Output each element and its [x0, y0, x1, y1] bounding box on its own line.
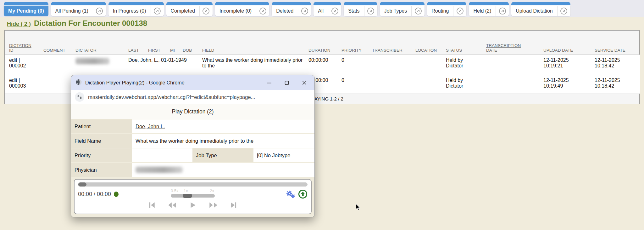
tab-job-types[interactable]: Job Types	[380, 2, 425, 16]
window-title: Dictation Player Playing(2) - Google Chr…	[85, 80, 185, 86]
page-url[interactable]: masterdaily.dev.webchart.app/webchart.cg…	[88, 94, 255, 100]
upload-date-cell: 12-11-2025 10:19:21	[543, 57, 572, 69]
tab-label: Deleted	[272, 8, 298, 14]
tab-deleted[interactable]: Deleted	[272, 2, 311, 16]
external-link-icon[interactable]	[364, 6, 377, 16]
redacted-physician	[136, 167, 183, 173]
speed-slider-thumb[interactable]	[183, 194, 192, 198]
window-titlebar[interactable]: Dictation Player Playing(2) - Google Chr…	[71, 75, 314, 90]
tab-label: In Progress (0)	[108, 8, 151, 14]
skip-to-start-icon[interactable]	[148, 201, 156, 209]
priority-cell: 0	[340, 75, 370, 94]
play-icon[interactable]	[189, 201, 197, 209]
seek-handle[interactable]	[78, 182, 86, 187]
col-header-dob[interactable]: DOB	[183, 48, 192, 53]
external-link-icon[interactable]	[199, 6, 213, 16]
transcriber-cell	[370, 75, 414, 94]
col-header-service-date[interactable]: SERVICE DATE	[595, 48, 625, 53]
audio-player: 00:00 / 00:00 0.5x 1x 2x	[74, 179, 312, 214]
speed-label-half: 0.5x	[171, 188, 179, 193]
external-link-icon[interactable]	[298, 6, 311, 16]
tab-stats[interactable]: Stats	[344, 2, 377, 16]
seek-bar[interactable]	[78, 182, 308, 187]
tab-all-pending[interactable]: All Pending (1)	[51, 2, 106, 16]
physician-value	[132, 163, 314, 177]
transcription-date-cell	[484, 55, 541, 75]
external-link-icon[interactable]	[453, 6, 466, 16]
col-header-mi[interactable]: MI	[170, 48, 175, 53]
tab-accent-cap	[51, 2, 106, 5]
patient-link[interactable]: Doe, John L.	[136, 124, 165, 129]
tab-routing[interactable]: Routing	[427, 2, 466, 16]
col-header-field[interactable]: FIELD	[202, 48, 214, 53]
service-date-cell: 12-11-2025 10:18:42	[595, 78, 624, 89]
col-header-comment[interactable]: COMMENT	[43, 48, 65, 53]
field-name-label: Field Name	[71, 134, 132, 148]
dictation-tab-bar: My Pending (0) All Pending (1) In Progre…	[0, 0, 644, 17]
patient-cell: Doe, John, L., 01-01-1949	[126, 55, 200, 75]
fast-forward-icon[interactable]	[208, 201, 218, 209]
tab-incomplete[interactable]: Incomplete (0)	[215, 2, 269, 16]
col-header-last[interactable]: LAST	[128, 48, 139, 53]
external-link-icon[interactable]	[557, 6, 570, 16]
speed-label-double: 2x	[210, 188, 214, 193]
location-cell	[414, 55, 444, 75]
col-header-upload-date[interactable]: UPLOAD DATE	[543, 48, 573, 53]
play-dictation-heading: Play Dictation (2)	[172, 108, 214, 115]
external-link-icon[interactable]	[151, 6, 164, 16]
col-header-transcriber[interactable]: TRANSCRIBER	[372, 48, 402, 53]
browser-address-bar[interactable]: masterdaily.dev.webchart.app/webchart.cg…	[71, 90, 314, 104]
col-header-priority[interactable]: PRIORITY	[341, 48, 362, 53]
speed-slider[interactable]	[171, 194, 215, 198]
priority-label: Priority	[71, 148, 132, 162]
tab-all[interactable]: All	[314, 2, 341, 16]
dictation-id-edit-link[interactable]: edit | 000003	[9, 78, 28, 89]
tab-my-pending[interactable]: My Pending (0)	[4, 2, 48, 16]
external-link-icon[interactable]	[496, 6, 509, 16]
tab-held[interactable]: Held (2)	[469, 2, 509, 16]
col-header-first[interactable]: FIRST	[148, 48, 160, 53]
ready-status-dot	[114, 192, 119, 197]
priority-cell: 0	[340, 55, 370, 75]
encounter-legend: Hide ( 2 ) Dictation For Encounter 00013…	[6, 19, 150, 28]
col-header-location[interactable]: LOCATION	[415, 48, 437, 53]
mouse-cursor	[355, 204, 362, 212]
comment-cell	[42, 55, 74, 75]
tab-accent-cap	[314, 2, 341, 5]
hide-link[interactable]: Hide ( 2 )	[7, 21, 31, 27]
speed-control: 0.5x 1x 2x	[171, 188, 215, 198]
external-link-icon[interactable]	[256, 6, 269, 16]
upload-date-cell: 12-11-2025 10:19:49	[543, 78, 572, 89]
settings-gears-icon[interactable]	[286, 189, 296, 199]
col-header-transcription-date[interactable]: TRANSCRIPTION DATE	[486, 43, 526, 53]
tab-upload-dictation[interactable]: Upload Dictation	[511, 2, 570, 16]
audio-player-area: 00:00 / 00:00 0.5x 1x 2x	[71, 177, 314, 217]
tab-label: My Pending (0)	[4, 8, 48, 14]
rewind-icon[interactable]	[167, 201, 177, 209]
table-row: edit | 000002 Doe, John, L., 01-01-1949 …	[5, 55, 640, 75]
col-header-status[interactable]: STATUS	[446, 48, 462, 53]
tab-completed[interactable]: Completed	[166, 2, 213, 16]
tab-accent-cap	[380, 2, 425, 5]
col-header-duration[interactable]: DURATION	[308, 48, 330, 53]
site-settings-icon[interactable]	[75, 92, 84, 102]
external-link-icon[interactable]	[411, 6, 425, 16]
minimize-button[interactable]	[260, 77, 278, 89]
external-link-icon[interactable]	[328, 6, 341, 16]
tab-accent-cap	[166, 2, 213, 5]
duration-cell: 00:00:00	[307, 55, 340, 75]
skip-to-end-icon[interactable]	[230, 201, 238, 209]
field-cell: What was the worker doing immediately pr…	[200, 55, 307, 75]
col-header-dictation-id[interactable]: DICTATION ID	[9, 43, 35, 53]
dictation-id-edit-link[interactable]: edit | 000002	[9, 57, 28, 69]
external-link-icon[interactable]	[93, 6, 106, 16]
maximize-button[interactable]	[278, 77, 296, 89]
upload-dictation-icon[interactable]	[298, 189, 308, 199]
col-header-dictator[interactable]: DICTATOR	[75, 48, 97, 53]
dictator-cell	[74, 55, 126, 75]
tab-in-progress[interactable]: In Progress (0)	[108, 2, 164, 16]
transport-controls	[78, 201, 308, 209]
close-icon[interactable]	[296, 77, 313, 89]
tab-label: Stats	[344, 8, 364, 14]
tab-accent-cap	[215, 2, 269, 5]
